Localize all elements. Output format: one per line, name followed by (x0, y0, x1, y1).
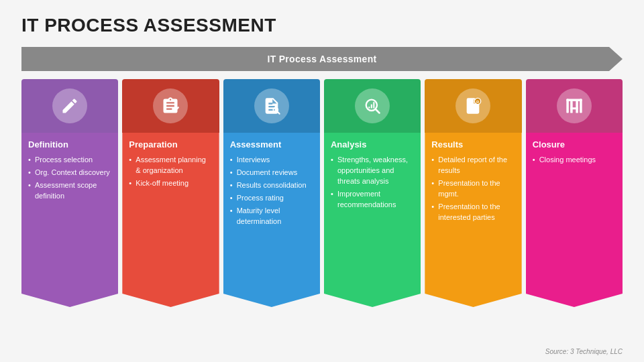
list-item: Kick-off meeting (129, 178, 212, 189)
list-item: Assessment scope definition (28, 180, 111, 202)
column-assessment: AssessmentInterviewsDocument reviewsResu… (223, 79, 320, 307)
list-assessment: InterviewsDocument reviewsResults consol… (230, 155, 313, 227)
svg-rect-15 (566, 99, 582, 102)
search-chart-icon (355, 88, 390, 123)
title-analysis: Analysis (331, 139, 414, 149)
content-results: ResultsDetailed report of the resultsPre… (425, 133, 521, 307)
banner-label: IT Process Assessment (268, 54, 377, 64)
column-closure: ClosureClosing meetings (526, 79, 623, 307)
icon-area-definition (21, 79, 118, 133)
icon-area-preparation (122, 79, 219, 133)
page-container: IT PROCESS ASSESSMENT IT Process Assessm… (0, 0, 644, 362)
list-item: Improvement recommendations (331, 189, 414, 210)
content-definition: DefinitionProcess selectionOrg. Context … (21, 133, 118, 307)
list-item: Presentation to the mgmt. (431, 178, 515, 200)
svg-rect-16 (570, 101, 573, 113)
list-item: Detailed report of the results (431, 155, 515, 176)
icon-area-assessment (223, 79, 320, 133)
list-item: Strengths, weakness, opportunities and t… (331, 155, 414, 187)
report-icon: R (455, 88, 490, 123)
source-text: Source: 3 Technique, LLC (545, 348, 623, 355)
list-definition: Process selectionOrg. Context discoveryA… (28, 155, 111, 202)
title-assessment: Assessment (230, 139, 313, 149)
column-analysis: AnalysisStrengths, weakness, opportuniti… (324, 79, 421, 307)
column-preparation: PreparationAssessment planning & organiz… (122, 79, 219, 307)
list-item: Org. Context discovery (28, 168, 111, 178)
search-doc-icon (254, 88, 289, 123)
content-assessment: AssessmentInterviewsDocument reviewsResu… (223, 133, 320, 307)
svg-line-4 (376, 109, 379, 113)
column-results: RResultsDetailed report of the resultsPr… (425, 79, 521, 307)
list-item: Process selection (28, 155, 111, 166)
content-analysis: AnalysisStrengths, weakness, opportuniti… (324, 133, 421, 307)
clipboard-icon (153, 88, 188, 123)
gate-icon (557, 88, 592, 123)
list-item: Maturity level determination (230, 206, 313, 227)
list-item: Assessment planning & organization (129, 155, 212, 176)
arrow-banner: IT Process Assessment (21, 47, 623, 71)
edit-icon (52, 88, 87, 123)
list-results: Detailed report of the resultsPresentati… (431, 155, 515, 223)
icon-area-analysis (324, 79, 421, 133)
list-closure: Closing meetings (533, 155, 616, 166)
icon-area-results: R (425, 79, 521, 133)
title-definition: Definition (28, 139, 111, 149)
list-item: Process rating (230, 193, 313, 204)
title-preparation: Preparation (129, 139, 212, 149)
arrow-banner-wrapper: IT Process Assessment (21, 47, 623, 71)
list-item: Closing meetings (533, 155, 616, 166)
content-closure: ClosureClosing meetings (526, 133, 623, 307)
columns-container: DefinitionProcess selectionOrg. Context … (21, 79, 623, 307)
list-item: Presentation to the interested parties (431, 202, 515, 223)
list-item: Interviews (230, 155, 313, 166)
list-item: Document reviews (230, 168, 313, 178)
content-preparation: PreparationAssessment planning & organiz… (122, 133, 219, 307)
column-definition: DefinitionProcess selectionOrg. Context … (21, 79, 118, 307)
svg-rect-17 (576, 101, 578, 113)
page-title: IT PROCESS ASSESSMENT (21, 15, 623, 36)
list-analysis: Strengths, weakness, opportunities and t… (331, 155, 414, 210)
svg-line-2 (278, 112, 280, 114)
list-preparation: Assessment planning & organizationKick-o… (129, 155, 212, 189)
icon-area-closure (526, 79, 623, 133)
svg-rect-18 (570, 107, 578, 109)
title-results: Results (431, 139, 515, 149)
title-closure: Closure (533, 139, 616, 149)
list-item: Results consolidation (230, 180, 313, 191)
